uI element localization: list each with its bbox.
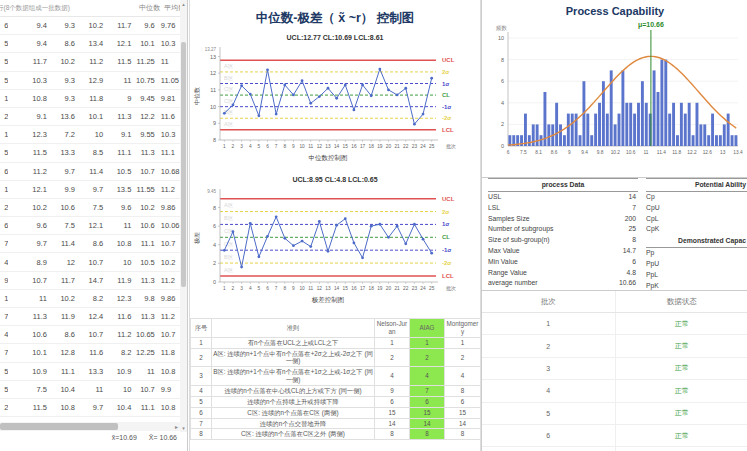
histogram-bar[interactable] <box>657 92 660 146</box>
data-point[interactable] <box>327 87 330 90</box>
histogram-bar[interactable] <box>660 60 663 146</box>
histogram-bar[interactable] <box>594 114 597 146</box>
data-point[interactable] <box>283 237 286 240</box>
data-point[interactable] <box>240 84 243 87</box>
data-point[interactable] <box>318 95 321 98</box>
data-point[interactable] <box>413 223 416 226</box>
scroll-right-arrow-icon[interactable]: ▸ <box>175 423 178 430</box>
data-point[interactable] <box>353 241 356 244</box>
histogram-bar[interactable] <box>567 114 570 146</box>
data-point[interactable] <box>223 112 226 115</box>
data-point[interactable] <box>275 215 278 218</box>
data-point[interactable] <box>422 238 425 241</box>
data-point[interactable] <box>335 224 338 227</box>
data-point[interactable] <box>344 83 347 86</box>
histogram-bar[interactable] <box>641 81 644 146</box>
data-point[interactable] <box>327 250 330 253</box>
data-point[interactable] <box>430 252 433 255</box>
histogram-bar[interactable] <box>711 114 714 146</box>
histogram-bar[interactable] <box>653 70 656 146</box>
histogram-bar[interactable] <box>735 135 738 146</box>
data-point[interactable] <box>387 236 390 239</box>
histogram-bar[interactable] <box>664 60 667 146</box>
histogram-bar[interactable] <box>571 114 574 146</box>
histogram-bar[interactable] <box>699 124 702 146</box>
histogram-bar[interactable] <box>555 103 558 146</box>
data-point[interactable] <box>292 244 295 247</box>
histogram-bar[interactable] <box>696 103 699 146</box>
data-point[interactable] <box>361 256 364 259</box>
data-point[interactable] <box>396 94 399 97</box>
data-point[interactable] <box>413 123 416 126</box>
histogram-bar[interactable] <box>618 114 621 146</box>
histogram-bar[interactable] <box>629 103 632 146</box>
data-point[interactable] <box>249 93 252 96</box>
histogram-bar[interactable] <box>684 114 687 146</box>
data-point[interactable] <box>404 242 407 245</box>
histogram-bar[interactable] <box>723 124 726 146</box>
histogram-bar[interactable] <box>621 70 624 146</box>
capability-histogram[interactable]: 0246810频数μ=10.6667.58.18.699.49.810.210.… <box>482 20 747 178</box>
data-point[interactable] <box>387 89 390 92</box>
histogram-bar[interactable] <box>703 124 706 146</box>
scroll-up-arrow-icon[interactable]: ▴ <box>180 1 187 7</box>
histogram-bar[interactable] <box>707 135 710 146</box>
histogram-bar[interactable] <box>606 114 609 146</box>
vertical-scrollbar[interactable]: ▴ ▾ <box>180 0 187 432</box>
histogram-bar[interactable] <box>731 135 734 146</box>
data-point[interactable] <box>266 68 269 71</box>
histogram-bar[interactable] <box>586 114 589 146</box>
histogram-bar[interactable] <box>536 124 539 146</box>
data-point[interactable] <box>361 83 364 86</box>
data-point[interactable] <box>370 225 373 228</box>
histogram-bar[interactable] <box>563 135 566 146</box>
data-point[interactable] <box>257 255 260 258</box>
data-point[interactable] <box>430 77 433 80</box>
histogram-bar[interactable] <box>614 124 617 146</box>
data-point[interactable] <box>266 235 269 238</box>
histogram-bar[interactable] <box>598 103 601 146</box>
horizontal-scrollbar-thumb[interactable] <box>0 423 118 430</box>
histogram-bar[interactable] <box>645 103 648 146</box>
data-point[interactable] <box>404 87 407 90</box>
data-point[interactable] <box>283 83 286 86</box>
histogram-bar[interactable] <box>547 124 550 146</box>
histogram-bar[interactable] <box>672 103 675 146</box>
histogram-bar[interactable] <box>528 135 531 146</box>
histogram-bar[interactable] <box>559 124 562 146</box>
median-control-chart[interactable]: A区B区C区C区B区A区UCL2σ1σCL-1σ-2σLCL8910111213… <box>190 44 478 170</box>
data-point[interactable] <box>301 79 304 82</box>
data-point[interactable] <box>396 225 399 228</box>
data-point[interactable] <box>318 220 321 223</box>
histogram-bar[interactable] <box>637 103 640 146</box>
vertical-scrollbar-thumb[interactable] <box>181 42 186 287</box>
data-point[interactable] <box>301 240 304 243</box>
histogram-bar[interactable] <box>676 135 679 146</box>
histogram-bar[interactable] <box>692 135 695 146</box>
data-point[interactable] <box>344 217 347 220</box>
histogram-bar[interactable] <box>719 135 722 146</box>
histogram-bar[interactable] <box>524 114 527 146</box>
data-point[interactable] <box>249 222 252 225</box>
horizontal-scrollbar[interactable]: ▸ <box>0 422 180 431</box>
scroll-down-arrow-icon[interactable]: ▾ <box>180 425 187 431</box>
data-point[interactable] <box>378 68 381 71</box>
histogram-bar[interactable] <box>590 135 593 146</box>
data-point[interactable] <box>353 109 356 112</box>
histogram-bar[interactable] <box>727 114 730 146</box>
data-point[interactable] <box>292 94 295 97</box>
histogram-bar[interactable] <box>668 114 671 146</box>
data-point[interactable] <box>378 223 381 226</box>
data-point[interactable] <box>240 266 243 269</box>
range-control-chart[interactable]: A区B区C区C区B区A区UCL2σ1σCL-1σ-2σLCL024689.451… <box>190 186 478 312</box>
data-point[interactable] <box>309 102 312 105</box>
histogram-bar[interactable] <box>680 103 683 146</box>
data-point[interactable] <box>422 113 425 116</box>
data-point[interactable] <box>275 113 278 116</box>
histogram-bar[interactable] <box>633 114 636 146</box>
data-point[interactable] <box>223 249 226 252</box>
data-point[interactable] <box>232 230 235 233</box>
histogram-bar[interactable] <box>715 135 718 146</box>
data-point[interactable] <box>232 104 235 107</box>
data-point[interactable] <box>257 114 260 117</box>
